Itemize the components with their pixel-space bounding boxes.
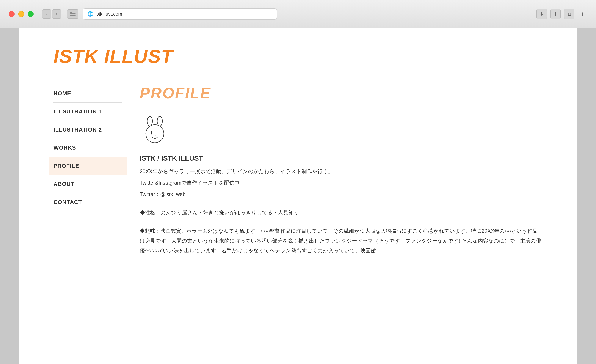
- sidebar-item-contact[interactable]: CONTACT: [53, 193, 122, 211]
- page-title: PROFILE: [140, 85, 543, 102]
- avatar-container: [140, 115, 543, 146]
- main-content: PROFILE: [122, 85, 543, 258]
- layout: HOME ILLSUTRATION 1 ILLUSTRATION 2 WORKS…: [53, 85, 543, 258]
- site-title: ISTK ILLUST: [53, 45, 543, 67]
- hobby-text: ◆趣味：映画鑑賞。ホラー以外はなんでも観ます。○○○監督作品に注目していて、その…: [140, 226, 543, 256]
- sidebar-icon: [70, 12, 76, 16]
- download-button[interactable]: ⬇: [536, 9, 547, 19]
- forward-button[interactable]: ›: [52, 9, 61, 19]
- personality-text: ◆性格：のんびり屋さん・好きと嫌いがはっきりしてる・人見知り: [140, 208, 543, 218]
- profile-name: ISTK / ISTK ILLUST: [140, 154, 543, 162]
- sidebar: HOME ILLSUTRATION 1 ILLUSTRATION 2 WORKS…: [53, 85, 122, 258]
- browser-chrome: ‹ › 🌐 istkillust.com ⬇ ⬆ ⧉ +: [0, 0, 596, 28]
- minimize-button[interactable]: [18, 11, 24, 17]
- profile-line3: Twitter：@istk_web: [140, 190, 543, 199]
- website: ISTK ILLUST HOME ILLSUTRATION 1 ILLUSTRA…: [19, 28, 577, 364]
- sidebar-toggle-button[interactable]: [67, 9, 78, 19]
- maximize-button[interactable]: [28, 11, 34, 17]
- svg-point-2: [146, 125, 164, 143]
- share-button[interactable]: ⬆: [550, 9, 561, 19]
- close-button[interactable]: [9, 11, 15, 17]
- traffic-lights: [9, 11, 34, 17]
- address-bar[interactable]: 🌐 istkillust.com: [83, 8, 277, 20]
- globe-icon: 🌐: [87, 11, 93, 17]
- svg-point-1: [157, 116, 162, 126]
- sidebar-item-works[interactable]: WORKS: [53, 139, 122, 157]
- back-button[interactable]: ‹: [42, 9, 51, 19]
- svg-point-0: [147, 116, 152, 126]
- sidebar-item-profile[interactable]: PROFILE: [49, 157, 127, 175]
- profile-line1: 20XX年からギャラリー展示で活動。デザインのかたわら、イラスト制作を行う。: [140, 167, 543, 176]
- personality-section: ◆性格：のんびり屋さん・好きと嫌いがはっきりしてる・人見知り: [140, 208, 543, 218]
- browser-content: ISTK ILLUST HOME ILLSUTRATION 1 ILLUSTRA…: [19, 28, 577, 364]
- nav-buttons: ‹ ›: [42, 9, 61, 19]
- url-text: istkillust.com: [95, 11, 122, 17]
- hobby-section: ◆趣味：映画鑑賞。ホラー以外はなんでも観ます。○○○監督作品に注目していて、その…: [140, 226, 543, 256]
- svg-point-5: [154, 135, 156, 136]
- profile-line2: Twitter&Instagramで自作イラストを配信中。: [140, 178, 543, 187]
- duplicate-button[interactable]: ⧉: [564, 9, 574, 19]
- sidebar-item-home[interactable]: HOME: [53, 85, 122, 103]
- sidebar-item-about[interactable]: ABOUT: [53, 175, 122, 193]
- browser-actions: ⬇ ⬆ ⧉ +: [536, 9, 587, 19]
- sidebar-item-illustration2[interactable]: ILLUSTRATION 2: [53, 121, 122, 139]
- avatar-illustration: [140, 115, 170, 145]
- sidebar-item-illustration1[interactable]: ILLSUTRATION 1: [53, 103, 122, 121]
- add-tab-button[interactable]: +: [578, 9, 587, 19]
